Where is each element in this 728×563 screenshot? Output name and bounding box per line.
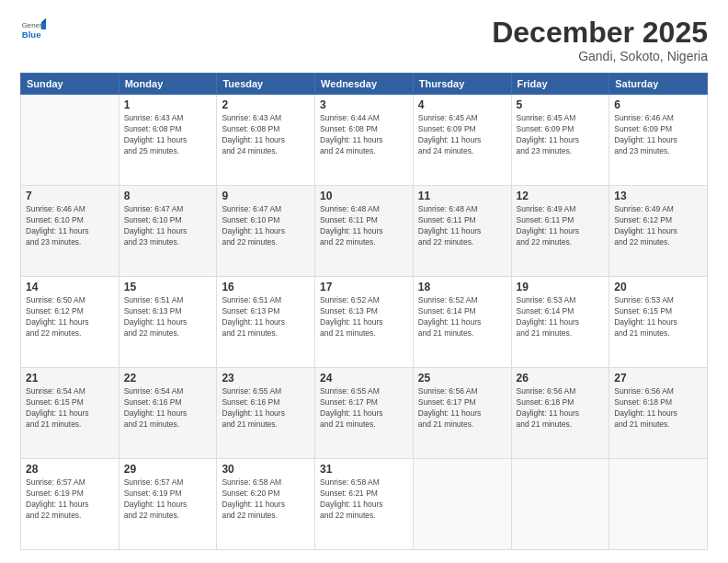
- day-info: Sunrise: 6:56 AM Sunset: 6:18 PM Dayligh…: [517, 386, 605, 431]
- title-area: December 2025 Gandi, Sokoto, Nigeria: [492, 17, 708, 63]
- day-number: 17: [320, 281, 408, 293]
- day-number: 19: [517, 281, 605, 293]
- day-info: Sunrise: 6:53 AM Sunset: 6:15 PM Dayligh…: [614, 295, 702, 339]
- weekday-header-tuesday: Tuesday: [217, 74, 315, 95]
- day-info: Sunrise: 6:48 AM Sunset: 6:11 PM Dayligh…: [320, 204, 408, 248]
- calendar-cell: 17Sunrise: 6:52 AM Sunset: 6:13 PM Dayli…: [315, 277, 414, 368]
- weekday-header-friday: Friday: [511, 74, 609, 95]
- calendar-cell: 15Sunrise: 6:51 AM Sunset: 6:13 PM Dayli…: [119, 277, 217, 368]
- day-number: 25: [418, 372, 506, 385]
- calendar-cell: [21, 95, 119, 186]
- day-info: Sunrise: 6:51 AM Sunset: 6:13 PM Dayligh…: [222, 295, 310, 339]
- header: General Blue December 2025 Gandi, Sokoto…: [20, 17, 708, 63]
- day-number: 28: [26, 463, 114, 476]
- logo-icon: General Blue: [20, 17, 46, 42]
- weekday-header-row: SundayMondayTuesdayWednesdayThursdayFrid…: [21, 74, 708, 95]
- calendar-week-row: 21Sunrise: 6:54 AM Sunset: 6:15 PM Dayli…: [21, 368, 708, 459]
- day-info: Sunrise: 6:54 AM Sunset: 6:16 PM Dayligh…: [124, 386, 212, 431]
- day-number: 2: [222, 98, 310, 111]
- calendar-cell: [609, 459, 708, 550]
- calendar-cell: 11Sunrise: 6:48 AM Sunset: 6:11 PM Dayli…: [413, 186, 511, 277]
- day-number: 11: [418, 190, 506, 202]
- day-number: 3: [320, 98, 408, 111]
- calendar-cell: 19Sunrise: 6:53 AM Sunset: 6:14 PM Dayli…: [511, 277, 609, 368]
- day-number: 9: [222, 190, 310, 202]
- day-info: Sunrise: 6:45 AM Sunset: 6:09 PM Dayligh…: [517, 113, 605, 157]
- day-info: Sunrise: 6:57 AM Sunset: 6:19 PM Dayligh…: [124, 477, 212, 522]
- calendar-cell: 24Sunrise: 6:55 AM Sunset: 6:17 PM Dayli…: [315, 368, 414, 459]
- calendar-cell: [511, 459, 609, 550]
- weekday-header-saturday: Saturday: [609, 74, 708, 95]
- day-number: 20: [614, 281, 702, 293]
- calendar-cell: [413, 459, 511, 550]
- month-year: December 2025: [492, 17, 708, 49]
- day-info: Sunrise: 6:51 AM Sunset: 6:13 PM Dayligh…: [124, 295, 212, 339]
- day-info: Sunrise: 6:56 AM Sunset: 6:17 PM Dayligh…: [418, 386, 506, 431]
- day-number: 18: [418, 281, 506, 293]
- day-number: 24: [320, 372, 408, 385]
- calendar-cell: 21Sunrise: 6:54 AM Sunset: 6:15 PM Dayli…: [21, 368, 119, 459]
- day-number: 13: [614, 190, 702, 202]
- calendar-cell: 7Sunrise: 6:46 AM Sunset: 6:10 PM Daylig…: [21, 186, 119, 277]
- day-number: 16: [222, 281, 310, 293]
- day-info: Sunrise: 6:52 AM Sunset: 6:14 PM Dayligh…: [418, 295, 506, 339]
- page: General Blue December 2025 Gandi, Sokoto…: [0, 0, 728, 563]
- calendar-cell: 3Sunrise: 6:44 AM Sunset: 6:08 PM Daylig…: [315, 95, 414, 186]
- day-info: Sunrise: 6:46 AM Sunset: 6:09 PM Dayligh…: [614, 113, 702, 157]
- calendar-cell: 16Sunrise: 6:51 AM Sunset: 6:13 PM Dayli…: [217, 277, 315, 368]
- day-number: 5: [517, 98, 605, 111]
- day-info: Sunrise: 6:50 AM Sunset: 6:12 PM Dayligh…: [26, 295, 114, 339]
- calendar-week-row: 1Sunrise: 6:43 AM Sunset: 6:08 PM Daylig…: [21, 95, 708, 186]
- day-number: 26: [517, 372, 605, 385]
- day-info: Sunrise: 6:47 AM Sunset: 6:10 PM Dayligh…: [222, 204, 310, 248]
- calendar-cell: 12Sunrise: 6:49 AM Sunset: 6:11 PM Dayli…: [511, 186, 609, 277]
- calendar-cell: 10Sunrise: 6:48 AM Sunset: 6:11 PM Dayli…: [315, 186, 414, 277]
- day-info: Sunrise: 6:54 AM Sunset: 6:15 PM Dayligh…: [26, 386, 114, 431]
- day-number: 10: [320, 190, 408, 202]
- day-number: 22: [124, 372, 212, 385]
- day-info: Sunrise: 6:55 AM Sunset: 6:16 PM Dayligh…: [222, 386, 310, 431]
- day-number: 15: [124, 281, 212, 293]
- day-number: 30: [222, 463, 310, 476]
- calendar-table: SundayMondayTuesdayWednesdayThursdayFrid…: [20, 73, 708, 550]
- calendar-week-row: 28Sunrise: 6:57 AM Sunset: 6:19 PM Dayli…: [21, 459, 708, 550]
- weekday-header-thursday: Thursday: [413, 74, 511, 95]
- day-info: Sunrise: 6:58 AM Sunset: 6:20 PM Dayligh…: [222, 477, 310, 522]
- day-info: Sunrise: 6:56 AM Sunset: 6:18 PM Dayligh…: [614, 386, 702, 431]
- weekday-header-wednesday: Wednesday: [315, 74, 414, 95]
- day-info: Sunrise: 6:58 AM Sunset: 6:21 PM Dayligh…: [320, 477, 408, 522]
- calendar-cell: 26Sunrise: 6:56 AM Sunset: 6:18 PM Dayli…: [511, 368, 609, 459]
- svg-text:Blue: Blue: [22, 29, 41, 40]
- day-number: 1: [124, 98, 212, 111]
- calendar-cell: 14Sunrise: 6:50 AM Sunset: 6:12 PM Dayli…: [21, 277, 119, 368]
- calendar-week-row: 14Sunrise: 6:50 AM Sunset: 6:12 PM Dayli…: [21, 277, 708, 368]
- calendar-cell: 31Sunrise: 6:58 AM Sunset: 6:21 PM Dayli…: [315, 459, 414, 550]
- day-info: Sunrise: 6:55 AM Sunset: 6:17 PM Dayligh…: [320, 386, 408, 431]
- calendar-cell: 6Sunrise: 6:46 AM Sunset: 6:09 PM Daylig…: [609, 95, 708, 186]
- calendar-cell: 8Sunrise: 6:47 AM Sunset: 6:10 PM Daylig…: [119, 186, 217, 277]
- calendar-cell: 5Sunrise: 6:45 AM Sunset: 6:09 PM Daylig…: [511, 95, 609, 186]
- day-number: 31: [320, 463, 408, 476]
- calendar-cell: 20Sunrise: 6:53 AM Sunset: 6:15 PM Dayli…: [609, 277, 708, 368]
- weekday-header-monday: Monday: [119, 74, 217, 95]
- day-number: 21: [26, 372, 114, 385]
- logo: General Blue: [20, 17, 46, 42]
- day-number: 27: [614, 372, 702, 385]
- calendar-cell: 18Sunrise: 6:52 AM Sunset: 6:14 PM Dayli…: [413, 277, 511, 368]
- day-number: 12: [517, 190, 605, 202]
- day-info: Sunrise: 6:43 AM Sunset: 6:08 PM Dayligh…: [222, 113, 310, 157]
- day-info: Sunrise: 6:53 AM Sunset: 6:14 PM Dayligh…: [517, 295, 605, 339]
- day-info: Sunrise: 6:45 AM Sunset: 6:09 PM Dayligh…: [418, 113, 506, 157]
- calendar-cell: 4Sunrise: 6:45 AM Sunset: 6:09 PM Daylig…: [413, 95, 511, 186]
- day-number: 8: [124, 190, 212, 202]
- day-info: Sunrise: 6:52 AM Sunset: 6:13 PM Dayligh…: [320, 295, 408, 339]
- calendar-cell: 27Sunrise: 6:56 AM Sunset: 6:18 PM Dayli…: [609, 368, 708, 459]
- day-number: 14: [26, 281, 114, 293]
- calendar-cell: 23Sunrise: 6:55 AM Sunset: 6:16 PM Dayli…: [217, 368, 315, 459]
- day-number: 29: [124, 463, 212, 476]
- day-number: 6: [614, 98, 702, 111]
- day-number: 23: [222, 372, 310, 385]
- calendar-cell: 22Sunrise: 6:54 AM Sunset: 6:16 PM Dayli…: [119, 368, 217, 459]
- day-info: Sunrise: 6:47 AM Sunset: 6:10 PM Dayligh…: [124, 204, 212, 248]
- day-info: Sunrise: 6:44 AM Sunset: 6:08 PM Dayligh…: [320, 113, 408, 157]
